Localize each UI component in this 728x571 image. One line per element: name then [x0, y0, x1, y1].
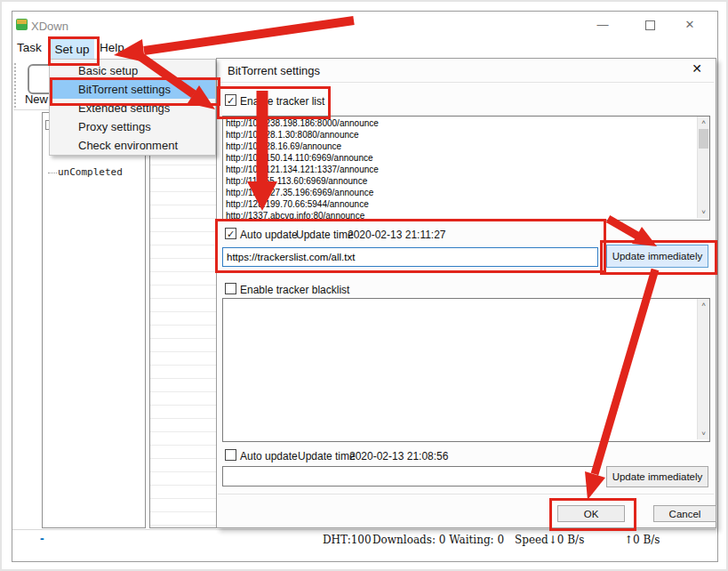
- menu-task[interactable]: Task: [17, 41, 42, 54]
- statusbar-divider: [12, 529, 716, 530]
- enable-tracker-list-checkbox[interactable]: ✓: [225, 94, 236, 106]
- menu-item-extended-settings[interactable]: Extended settings: [50, 99, 215, 117]
- blacklist-scrollbar[interactable]: ˄ ˅: [697, 299, 709, 439]
- status-dht: DHT:100: [323, 534, 372, 546]
- setup-menu: Basic setup BitTorrent settings Extended…: [49, 59, 216, 156]
- maximize-button[interactable]: [635, 13, 665, 36]
- tree-connector: [48, 173, 57, 173]
- menu-help[interactable]: Help: [100, 41, 124, 54]
- window-title: XDown: [31, 20, 68, 33]
- screenshot-canvas: XDown — ✕ Task Set up Help New -·· All u…: [0, 0, 728, 571]
- dialog-title: BitTorrent settings: [228, 64, 320, 77]
- auto-update-1-checkbox[interactable]: ✓: [225, 228, 236, 239]
- bittorrent-settings-dialog: BitTorrent settings ✕ ✓ Enable tracker l…: [216, 58, 716, 528]
- status-downloads: Downloads: 0 Waiting: 0: [372, 534, 504, 546]
- minimize-button[interactable]: —: [588, 13, 618, 36]
- menu-item-bittorrent-settings[interactable]: BitTorrent settings: [50, 80, 215, 99]
- check-icon: ✓: [227, 95, 235, 106]
- dialog-footer-divider: [218, 494, 714, 495]
- menu-setup[interactable]: Set up: [50, 38, 94, 60]
- app-icon: [16, 19, 28, 30]
- scrollbar-thumb[interactable]: [699, 129, 708, 149]
- tracker-url: http://104.238.198.186:8000/announce: [223, 117, 709, 129]
- close-button[interactable]: ✕: [675, 13, 705, 36]
- close-icon: ✕: [685, 18, 695, 31]
- dialog-title-divider: [218, 82, 714, 83]
- dialog-close-button[interactable]: ✕: [688, 61, 706, 76]
- tracker-blacklist-box[interactable]: ˄ ˅: [222, 298, 710, 442]
- auto-update-1-label: Auto update: [240, 229, 298, 241]
- tracker-list-scrollbar[interactable]: ˄ ˅: [697, 117, 709, 218]
- status-speed-down: Speed↓0 B/s: [515, 534, 584, 546]
- tracker-url: http://1337.abcvg.info:80/announce: [223, 210, 709, 221]
- statusbar-overflow-dash[interactable]: -: [40, 531, 44, 545]
- enable-tracker-blacklist-label: Enable tracker blacklist: [240, 284, 349, 296]
- minimize-icon: —: [597, 18, 609, 31]
- enable-tracker-blacklist-checkbox[interactable]: [225, 283, 236, 294]
- tracker-url: http://107.150.14.110:6969/announce: [223, 152, 709, 164]
- update-immediately-2-button[interactable]: Update immediately: [606, 466, 708, 487]
- tracker-list-url-input[interactable]: [222, 247, 598, 267]
- tracker-url: http://104.28.16.69/announce: [223, 141, 709, 152]
- update-immediately-1-button[interactable]: Update immediately: [606, 245, 708, 268]
- update-time-1-label: Update time: [296, 229, 354, 241]
- tracker-url: http://128.199.70.66:5944/announce: [223, 198, 709, 210]
- status-speed-up: ↑0 B/s: [624, 534, 660, 546]
- tree-panel: -·· All unCompleted: [42, 112, 146, 528]
- scroll-down-icon[interactable]: ˅: [698, 206, 709, 218]
- cancel-button[interactable]: Cancel: [653, 505, 716, 522]
- tracker-url: http://125.227.35.196:6969/announce: [223, 187, 709, 198]
- update-time-1-value: 2020-02-13 21:11:27: [348, 229, 446, 241]
- dialog-close-icon: ✕: [692, 61, 702, 76]
- menu-item-check-environment[interactable]: Check environment: [50, 136, 215, 155]
- tracker-url: http://109.121.134.121:1337/announce: [223, 164, 709, 175]
- scroll-up-icon[interactable]: ˄: [698, 299, 709, 310]
- menu-item-basic-setup[interactable]: Basic setup: [50, 61, 215, 80]
- tracker-url: http://114.55.113.60:6969/announce: [223, 175, 709, 187]
- tracker-url: http://104.28.1.30:8080/announce: [223, 129, 709, 141]
- blacklist-url-input[interactable]: [222, 466, 598, 487]
- app-icon-detail: [17, 20, 27, 24]
- update-time-2-value: 2020-02-13 21:08:56: [349, 450, 448, 462]
- scroll-down-icon[interactable]: ˅: [698, 428, 709, 439]
- enable-tracker-list-label: Enable tracker list: [240, 95, 324, 108]
- auto-update-2-checkbox[interactable]: [225, 449, 236, 461]
- scroll-up-icon[interactable]: ˄: [698, 117, 709, 128]
- menu-item-proxy-settings[interactable]: Proxy settings: [50, 117, 215, 136]
- maximize-icon: [645, 20, 655, 30]
- update-time-2-label: Update time: [298, 450, 356, 462]
- auto-update-2-label: Auto update: [240, 450, 298, 462]
- tree-item-uncompleted[interactable]: unCompleted: [58, 166, 123, 178]
- tracker-url-list[interactable]: http://104.238.198.186:8000/announce htt…: [222, 116, 710, 221]
- check-icon: ✓: [227, 229, 235, 239]
- ok-button[interactable]: OK: [557, 505, 625, 522]
